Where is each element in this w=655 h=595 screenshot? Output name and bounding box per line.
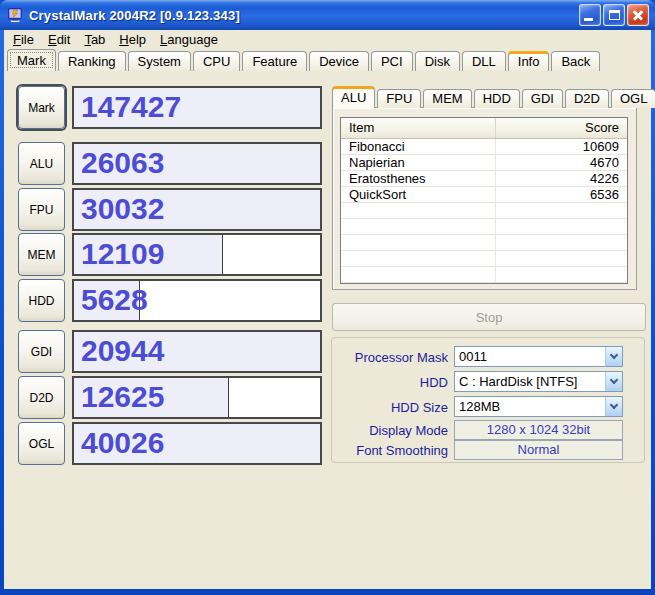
menu-tab[interactable]: Tab	[77, 31, 112, 49]
score-cell	[496, 235, 627, 250]
score-cell	[496, 267, 627, 282]
tab-device[interactable]: Device	[309, 51, 369, 71]
setting-font-smoothing: Font Smoothing Normal	[332, 440, 644, 460]
benchmark-row-alu: ALU 26063	[4, 142, 334, 185]
combobox-value: 0011	[459, 349, 487, 364]
detail-tab-gdi[interactable]: GDI	[522, 89, 563, 108]
stop-button[interactable]: Stop	[332, 303, 646, 331]
menu-language[interactable]: Language	[153, 31, 225, 49]
hdd-size-combobox[interactable]: 128MB	[454, 396, 623, 417]
dropdown-arrow-button[interactable]	[605, 397, 622, 416]
tab-back[interactable]: Back	[551, 51, 600, 71]
d2d-score-box: 12625	[72, 376, 322, 419]
listview-header: Item Score	[341, 118, 627, 139]
alu-button[interactable]: ALU	[18, 142, 65, 185]
gdi-button[interactable]: GDI	[18, 330, 65, 373]
tab-mark[interactable]: Mark	[7, 49, 56, 71]
score-cell: 4226	[496, 171, 627, 186]
item-cell: QuickSort	[341, 187, 496, 202]
dropdown-arrow-button[interactable]	[605, 347, 622, 366]
table-row[interactable]: QuickSort 6536	[341, 187, 627, 203]
mark-button[interactable]: Mark	[18, 86, 65, 129]
benchmark-row-hdd: HDD 5628	[4, 279, 334, 322]
menu-help[interactable]: Help	[112, 31, 153, 49]
item-cell: Eratosthenes	[341, 171, 496, 186]
mem-button[interactable]: MEM	[18, 233, 65, 276]
settings-groupbox: Processor Mask 0011 HDD C : HardDisk [NT…	[331, 337, 645, 463]
tab-info[interactable]: Info	[508, 51, 550, 71]
table-row-empty	[341, 203, 627, 219]
score-cell: 4670	[496, 155, 627, 170]
window-title: CrystalMark 2004R2 [0.9.123.343]	[29, 8, 240, 23]
item-cell: Fibonacci	[341, 139, 496, 154]
column-header-item[interactable]: Item	[341, 118, 496, 138]
detail-tab-ogl[interactable]: OGL	[611, 89, 655, 108]
window-controls	[579, 4, 649, 26]
item-cell	[341, 267, 496, 282]
table-row[interactable]: Fibonacci 10609	[341, 139, 627, 155]
font-smoothing-value: Normal	[454, 440, 623, 460]
hdd-button[interactable]: HDD	[18, 279, 65, 322]
column-header-score[interactable]: Score	[496, 118, 627, 138]
table-row[interactable]: Eratosthenes 4226	[341, 171, 627, 187]
hdd-combobox[interactable]: C : HardDisk [NTFS]	[454, 371, 623, 392]
mem-score-box: 12109	[72, 233, 322, 276]
close-button[interactable]	[627, 4, 649, 26]
mark-score-value: 147427	[81, 90, 181, 124]
d2d-score-value: 12625	[81, 380, 164, 414]
ogl-score-box: 40026	[72, 422, 322, 465]
maximize-button[interactable]	[603, 4, 625, 26]
maximize-icon	[609, 10, 620, 20]
setting-hdd: HDD C : HardDisk [NTFS]	[332, 371, 644, 392]
benchmark-row-mem: MEM 12109	[4, 233, 334, 276]
menu-file[interactable]: File	[6, 31, 41, 49]
processor-mask-combobox[interactable]: 0011	[454, 346, 623, 367]
hdd-size-label: HDD Size	[332, 399, 448, 414]
score-cell	[496, 251, 627, 266]
title-bar: CrystalMark 2004R2 [0.9.123.343]	[0, 0, 655, 30]
results-listview: Item Score Fibonacci 10609 Napierian 467…	[340, 117, 628, 284]
setting-processor-mask: Processor Mask 0011	[332, 346, 644, 367]
detail-tab-strip: ALU FPU MEM HDD GDI D2D OGL	[332, 86, 655, 108]
detail-tab-fpu[interactable]: FPU	[377, 89, 421, 108]
minimize-button[interactable]	[579, 4, 601, 26]
tab-dll[interactable]: DLL	[462, 51, 506, 71]
dropdown-arrow-button[interactable]	[605, 372, 622, 391]
tab-cpu[interactable]: CPU	[193, 51, 240, 71]
score-cell	[496, 203, 627, 218]
hdd-label: HDD	[332, 374, 448, 389]
ogl-button[interactable]: OGL	[18, 422, 65, 465]
fpu-score-value: 30032	[81, 192, 164, 226]
benchmark-row-mark: Mark 147427	[4, 86, 334, 129]
benchmark-row-fpu: FPU 30032	[4, 188, 334, 231]
font-smoothing-label: Font Smoothing	[332, 443, 448, 458]
minimize-icon	[584, 18, 593, 21]
tab-feature[interactable]: Feature	[242, 51, 307, 71]
tab-system[interactable]: System	[128, 51, 191, 71]
benchmark-row-gdi: GDI 20944	[4, 330, 334, 373]
detail-tab-alu[interactable]: ALU	[332, 86, 375, 108]
main-tab-strip: Mark Ranking System CPU Feature Device P…	[7, 49, 651, 71]
fpu-button[interactable]: FPU	[18, 188, 65, 231]
item-cell	[341, 251, 496, 266]
setting-hdd-size: HDD Size 128MB	[332, 396, 644, 417]
detail-tab-mem[interactable]: MEM	[423, 89, 471, 108]
tab-pci[interactable]: PCI	[371, 51, 413, 71]
table-row-empty	[341, 235, 627, 251]
table-row-empty	[341, 251, 627, 267]
score-cell: 6536	[496, 187, 627, 202]
combobox-value: 128MB	[459, 399, 500, 414]
tab-disk[interactable]: Disk	[415, 51, 460, 71]
table-row[interactable]: Napierian 4670	[341, 155, 627, 171]
detail-tab-d2d[interactable]: D2D	[565, 89, 609, 108]
item-cell	[341, 219, 496, 234]
table-row-empty	[341, 267, 627, 283]
menu-edit[interactable]: Edit	[41, 31, 77, 49]
processor-mask-label: Processor Mask	[332, 349, 448, 364]
score-cell: 10609	[496, 139, 627, 154]
detail-tab-hdd[interactable]: HDD	[474, 89, 520, 108]
gdi-score-box: 20944	[72, 330, 322, 373]
d2d-button[interactable]: D2D	[18, 376, 65, 419]
ogl-score-value: 40026	[81, 426, 164, 460]
tab-ranking[interactable]: Ranking	[58, 51, 126, 71]
